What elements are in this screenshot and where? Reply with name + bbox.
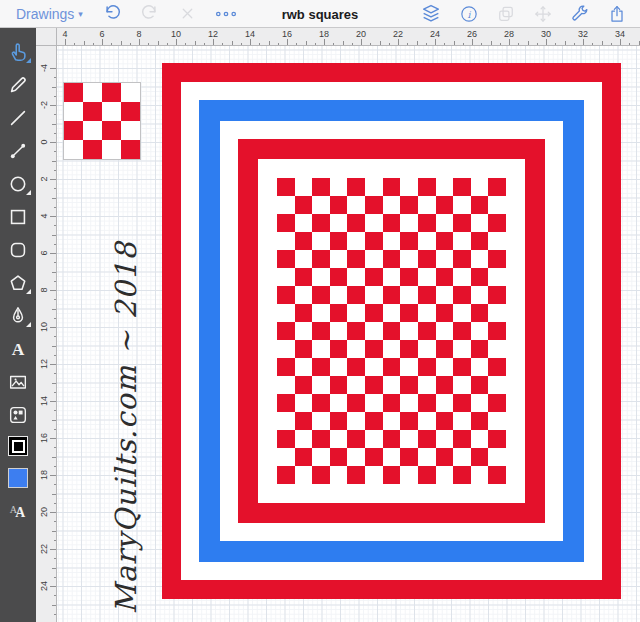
checker-cell [347, 178, 365, 196]
checker-cell [488, 430, 506, 448]
quilt-checkerboard [277, 178, 506, 484]
line-tool[interactable] [5, 106, 31, 129]
checker-cell [83, 102, 102, 121]
polygon-tool[interactable] [5, 271, 31, 294]
ruler-tick [52, 346, 56, 347]
ruler-label: 8 [136, 29, 141, 39]
ruler-label: 4 [62, 29, 67, 39]
drawings-menu-button[interactable]: Drawings▾ [16, 6, 83, 22]
shape-library-tool[interactable] [5, 403, 31, 426]
share-icon [607, 4, 627, 24]
watermark-text[interactable]: MaryQuilts.com ~ 2018 [109, 241, 143, 614]
sample-block[interactable] [63, 82, 141, 160]
checker-cell [312, 340, 330, 358]
quilt-block[interactable] [162, 63, 621, 599]
checker-cell [488, 412, 506, 430]
checker-cell [295, 178, 313, 196]
ruler-tick [54, 466, 57, 467]
ruler-label: 34 [615, 29, 625, 39]
titlebar-left-group: Drawings▾ [0, 3, 238, 24]
pencil-tool[interactable] [5, 73, 31, 96]
ruler-tick [54, 429, 57, 430]
checker-cell [418, 412, 436, 430]
text-tool[interactable]: A [5, 337, 31, 360]
duplicate-button[interactable] [496, 4, 516, 24]
ruler-tick [565, 41, 566, 45]
move-hand-tool[interactable] [5, 40, 31, 63]
checker-cell [295, 268, 313, 286]
segment-icon [7, 140, 29, 162]
redo-button[interactable] [140, 3, 161, 24]
ruler-tick [54, 96, 57, 97]
checker-cell [418, 430, 436, 448]
ruler-tick [102, 39, 103, 45]
checker-cell [347, 466, 365, 484]
ruler-label: 16 [282, 29, 292, 39]
checker-cell [383, 322, 401, 340]
undo-button[interactable] [101, 3, 122, 24]
checker-cell [418, 268, 436, 286]
checker-cell [347, 286, 365, 304]
checker-cell [471, 268, 489, 286]
ruler-tick [592, 43, 593, 46]
checker-cell [453, 196, 471, 214]
ellipse-tool[interactable] [5, 172, 31, 195]
ruler-tick [54, 170, 57, 171]
rounded-rectangle-tool[interactable] [5, 238, 31, 261]
ruler-label: 18 [319, 29, 329, 39]
move-button[interactable] [533, 4, 553, 24]
polygon-icon [7, 272, 29, 294]
checker-cell [365, 430, 383, 448]
checker-cell [488, 322, 506, 340]
rectangle-tool[interactable] [5, 205, 31, 228]
checker-cell [453, 340, 471, 358]
pen-tool[interactable] [5, 304, 31, 327]
ruler-tick [50, 68, 56, 69]
stroke-color-swatch[interactable] [8, 436, 28, 456]
ruler-tick [52, 124, 56, 125]
checker-cell [312, 232, 330, 250]
close-button[interactable] [179, 5, 196, 22]
checker-cell [488, 214, 506, 232]
share-button[interactable] [607, 4, 627, 24]
checker-cell [383, 178, 401, 196]
checker-cell [383, 412, 401, 430]
ruler-tick [54, 355, 57, 356]
ruler-tick [54, 207, 57, 208]
stroke-color-inner [12, 440, 25, 453]
ruler-tick [472, 39, 473, 45]
checker-cell [277, 268, 295, 286]
tool-palette: A A A [0, 28, 36, 622]
ruler-tick [380, 41, 381, 45]
ruler-tick [52, 494, 56, 495]
checker-cell [488, 448, 506, 466]
layers-button[interactable] [420, 3, 442, 25]
checker-cell [400, 430, 418, 448]
drawing-canvas[interactable]: MaryQuilts.com ~ 2018 [57, 46, 640, 622]
font-style-icon: A A [6, 499, 30, 521]
image-tool[interactable] [5, 370, 31, 393]
checker-cell [312, 196, 330, 214]
typography-tool[interactable]: A A [5, 498, 31, 521]
ruler-tick [54, 244, 57, 245]
checker-cell [400, 214, 418, 232]
ruler-tick [620, 39, 621, 45]
path-tool[interactable] [5, 139, 31, 162]
ruler-tick [50, 105, 56, 106]
checker-cell [488, 394, 506, 412]
checker-cell [400, 412, 418, 430]
more-button[interactable] [214, 7, 238, 21]
wrench-button[interactable] [570, 4, 590, 24]
checker-cell [488, 304, 506, 322]
checker-cell [471, 412, 489, 430]
fill-color-swatch[interactable] [8, 468, 28, 488]
ruler-tick [444, 43, 445, 46]
ruler-tick [528, 41, 529, 45]
checker-cell [277, 214, 295, 232]
ruler-label: 14 [39, 396, 49, 406]
info-button[interactable]: i [459, 4, 479, 24]
checker-cell [471, 322, 489, 340]
ruler-tick [54, 392, 57, 393]
checker-cell [330, 376, 348, 394]
checker-cell [383, 466, 401, 484]
